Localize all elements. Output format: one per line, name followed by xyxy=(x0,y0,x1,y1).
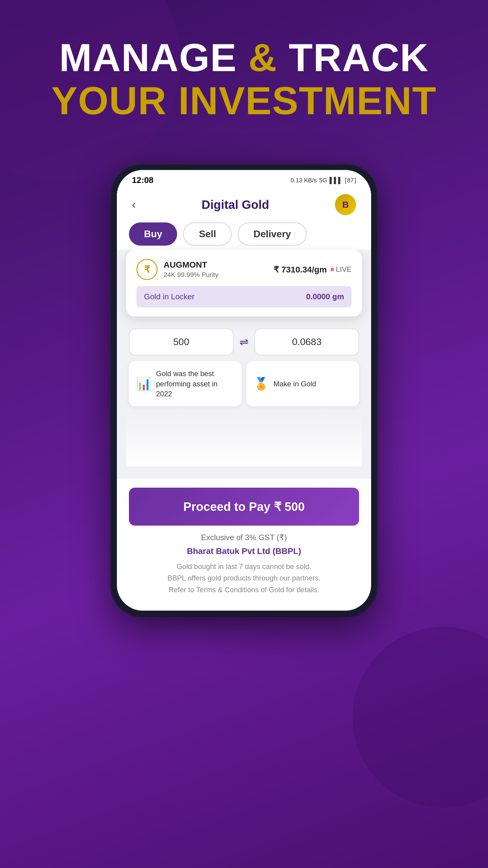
gold-locker-label: Gold in Locker xyxy=(144,292,195,301)
headline-line2: YOUR INVESTMENT xyxy=(51,79,437,122)
headline-manage: MANAGE xyxy=(59,36,249,80)
tab-delivery[interactable]: Delivery xyxy=(238,222,307,246)
header-section: MANAGE & TRACK YOUR INVESTMENT xyxy=(51,0,437,141)
signal-info: 0.13 KB/s xyxy=(291,177,317,184)
tab-buy[interactable]: Buy xyxy=(129,222,177,246)
augmont-left: ₹ AUGMONT 24K 99.99% Purity xyxy=(136,259,218,280)
disclaimer-text: Gold bought in last 7 days cannot be sol… xyxy=(129,561,359,595)
content-area: ₹ AUGMONT 24K 99.99% Purity ₹ 7310.34/gm xyxy=(117,250,371,478)
bottom-section: Proceed to Pay ₹ 500 Exclusive of 3% GST… xyxy=(117,478,371,611)
augmont-card: ₹ AUGMONT 24K 99.99% Purity ₹ 7310.34/gm xyxy=(126,250,362,316)
augmont-top: ₹ AUGMONT 24K 99.99% Purity ₹ 7310.34/gm xyxy=(136,259,352,280)
price-text: ₹ 7310.34/gm xyxy=(273,265,327,275)
medal-icon: 🏅 xyxy=(254,377,269,391)
disclaimer-line3: Refer to Terms & Conditions of Gold for … xyxy=(168,586,319,594)
rupee-icon: ₹ xyxy=(136,259,158,280)
signal-bars-icon: ▌▌▌ xyxy=(330,177,343,184)
live-label: LIVE xyxy=(336,265,352,274)
info-cards-row: 📊 Gold was the best performing asset in … xyxy=(126,361,362,412)
status-icons: 0.13 KB/s 5G ▌▌▌ [87] xyxy=(291,177,356,184)
live-badge: LIVE xyxy=(330,265,352,274)
augmont-purity: 24K 99.99% Purity xyxy=(164,271,218,279)
proceed-button[interactable]: Proceed to Pay ₹ 500 xyxy=(129,488,359,526)
gold-locker-row: Gold in Locker 0.0000 gm xyxy=(136,286,352,307)
gram-amount-input[interactable]: 0.0683 xyxy=(255,329,359,355)
battery-icon: [87] xyxy=(345,177,356,184)
swap-icon[interactable]: ⇌ xyxy=(239,336,249,348)
augmont-name: AUGMONT xyxy=(164,260,218,270)
live-dot xyxy=(330,268,334,271)
phone-inner: 12:08 0.13 KB/s 5G ▌▌▌ [87] ‹ Digital Go… xyxy=(117,170,371,611)
gold-chart-icon: 📊 xyxy=(136,377,151,391)
phone-outer: 12:08 0.13 KB/s 5G ▌▌▌ [87] ‹ Digital Go… xyxy=(111,164,377,616)
tab-bar: Buy Sell Delivery xyxy=(117,222,371,253)
back-button[interactable]: ‹ xyxy=(132,198,136,211)
app-header: ‹ Digital Gold B xyxy=(117,188,371,222)
phone-mockup: 12:08 0.13 KB/s 5G ▌▌▌ [87] ‹ Digital Go… xyxy=(111,164,377,616)
rupee-amount-input[interactable]: 500 xyxy=(129,329,233,355)
app-title: Digital Gold xyxy=(201,198,269,212)
bbpl-label: Bharat Batuk Pvt Ltd (BBPL) xyxy=(129,547,359,556)
tab-sell[interactable]: Sell xyxy=(183,222,232,246)
headline-ampersand: & xyxy=(248,36,289,80)
headline-track: TRACK xyxy=(289,36,429,80)
network-badge: 5G xyxy=(319,177,327,184)
info-card-gold-performance: 📊 Gold was the best performing asset in … xyxy=(129,361,241,406)
augmont-info: AUGMONT 24K 99.99% Purity xyxy=(164,260,218,279)
white-spacer xyxy=(126,412,362,467)
info-card-make-text: Make in Gold xyxy=(273,379,316,389)
page-container: MANAGE & TRACK YOUR INVESTMENT 12:08 0.1… xyxy=(0,0,488,868)
info-card-gold-text: Gold was the best performing asset in 20… xyxy=(156,369,234,399)
amount-row: 500 ⇌ 0.0683 xyxy=(126,322,362,361)
headline-line1: MANAGE & TRACK xyxy=(51,36,437,79)
app-logo: B xyxy=(335,194,356,215)
status-bar: 12:08 0.13 KB/s 5G ▌▌▌ [87] xyxy=(117,170,371,188)
gst-text: Exclusive of 3% GST (₹) xyxy=(129,533,359,542)
gold-locker-value: 0.0000 gm xyxy=(306,292,344,301)
disclaimer-line2: BBPL offers gold products through our pa… xyxy=(167,574,321,582)
disclaimer-line1: Gold bought in last 7 days cannot be sol… xyxy=(177,562,312,570)
info-card-make-gold: 🏅 Make in Gold xyxy=(247,361,359,406)
status-time: 12:08 xyxy=(132,176,154,185)
proceed-button-label: Proceed to Pay ₹ 500 xyxy=(184,500,305,513)
augmont-price: ₹ 7310.34/gm LIVE xyxy=(273,265,352,275)
